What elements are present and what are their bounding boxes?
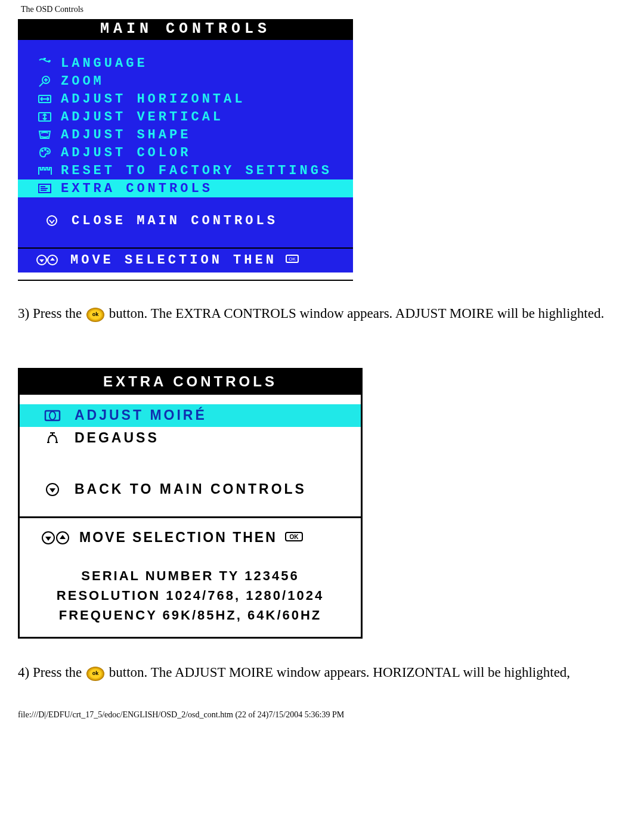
menu-item-label: RESET TO FACTORY SETTINGS [61, 163, 332, 178]
menu-item-label: ZOOM [61, 74, 104, 89]
menu-item-label: ADJUST SHAPE [61, 128, 191, 143]
menu-item-language[interactable]: LANGUAGE [18, 54, 353, 72]
instruction-text: button. The ADJUST MOIRE window appears.… [109, 665, 570, 680]
frequency-info: FREQUENCY 69K/85HZ, 64K/60HZ [26, 605, 355, 625]
moire-icon [44, 408, 61, 423]
svg-line-1 [39, 83, 43, 86]
extra-controls-panel: EXTRA CONTROLS ADJUST MOIRÉ DEGAUSS BACK… [18, 368, 363, 639]
extra-controls-icon [37, 182, 52, 195]
svg-rect-20 [45, 411, 60, 420]
adjust-vertical-icon [37, 110, 52, 123]
adjust-shape-icon [37, 128, 52, 141]
menu-item-zoom[interactable]: ZOOM [18, 72, 353, 90]
ok-icon: OK [283, 529, 305, 547]
svg-text:OK: OK [289, 256, 296, 262]
ok-icon: OK [284, 252, 301, 268]
degauss-icon [44, 431, 61, 446]
page-header: The OSD Controls [21, 5, 626, 14]
extra-controls-body: ADJUST MOIRÉ DEGAUSS BACK TO MAIN CONTRO… [20, 395, 361, 637]
resolution-info: RESOLUTION 1024/768, 1280/1024 [26, 586, 355, 605]
spacer [18, 197, 353, 212]
spacer [20, 501, 361, 516]
svg-point-10 [47, 151, 48, 152]
extra-info: SERIAL NUMBER TY 123456 RESOLUTION 1024/… [20, 549, 361, 637]
menu-item-reset[interactable]: RESET TO FACTORY SETTINGS [18, 162, 353, 179]
main-controls-panel: MAIN CONTROLS LANGUAGE ZOOM ADJUST HORIZ… [18, 19, 353, 272]
language-icon [37, 57, 52, 70]
menu-item-adjust-moire[interactable]: ADJUST MOIRÉ [20, 404, 361, 427]
hint-label: MOVE SELECTION THEN [79, 529, 277, 546]
close-main-controls[interactable]: CLOSE MAIN CONTROLS [18, 212, 353, 230]
back-label: BACK TO MAIN CONTROLS [75, 481, 306, 497]
hint-label: MOVE SELECTION THEN [70, 253, 277, 268]
menu-item-degauss[interactable]: DEGAUSS [20, 427, 361, 450]
extra-controls-title: EXTRA CONTROLS [20, 370, 361, 395]
ok-button-icon [86, 308, 104, 322]
divider [18, 280, 353, 281]
adjust-color-icon [37, 146, 52, 159]
spacer [20, 450, 361, 478]
reset-icon [37, 164, 52, 177]
zoom-icon [37, 75, 52, 88]
down-arrow-icon [44, 214, 60, 227]
svg-text:OK: OK [289, 534, 299, 540]
instruction-4: 4) Press the button. The ADJUST MOIRE wi… [18, 661, 614, 684]
menu-item-adjust-color[interactable]: ADJUST COLOR [18, 144, 353, 162]
svg-point-8 [42, 150, 43, 151]
menu-item-adjust-vertical[interactable]: ADJUST VERTICAL [18, 108, 353, 126]
menu-item-adjust-horizontal[interactable]: ADJUST HORIZONTAL [18, 90, 353, 108]
svg-point-21 [49, 411, 55, 420]
updown-icons [36, 253, 60, 267]
instruction-text: button. The EXTRA CONTROLS window appear… [109, 306, 604, 321]
back-to-main[interactable]: BACK TO MAIN CONTROLS [20, 478, 361, 501]
menu-item-label: EXTRA CONTROLS [61, 181, 213, 196]
down-arrow-icon [44, 482, 61, 497]
serial-number: SERIAL NUMBER TY 123456 [26, 566, 355, 586]
menu-item-label: ADJUST HORIZONTAL [61, 92, 245, 107]
svg-point-9 [45, 149, 46, 150]
instruction-text: 3) Press the [18, 306, 85, 321]
menu-item-label: ADJUST COLOR [61, 145, 191, 160]
close-label: CLOSE MAIN CONTROLS [72, 213, 278, 228]
menu-item-label: DEGAUSS [75, 430, 159, 446]
updown-icons [41, 530, 71, 546]
instruction-3: 3) Press the button. The EXTRA CONTROLS … [18, 302, 614, 325]
main-controls-body: LANGUAGE ZOOM ADJUST HORIZONTAL ADJUST V… [18, 40, 353, 247]
menu-item-label: ADJUST MOIRÉ [75, 407, 207, 423]
hint-bar: MOVE SELECTION THEN OK [18, 247, 353, 272]
hint-bar: MOVE SELECTION THEN OK [20, 516, 361, 549]
menu-item-label: LANGUAGE [61, 56, 148, 71]
spacer [18, 230, 353, 244]
ok-button-icon [86, 667, 104, 681]
main-controls-title: MAIN CONTROLS [18, 19, 353, 40]
page-footer: file:///D|/EDFU/crt_17_5/edoc/ENGLISH/OS… [18, 710, 626, 720]
adjust-horizontal-icon [37, 92, 52, 106]
instruction-text: 4) Press the [18, 665, 85, 680]
menu-item-label: ADJUST VERTICAL [61, 110, 224, 125]
menu-item-extra-controls[interactable]: EXTRA CONTROLS [18, 179, 353, 197]
menu-item-adjust-shape[interactable]: ADJUST SHAPE [18, 126, 353, 144]
